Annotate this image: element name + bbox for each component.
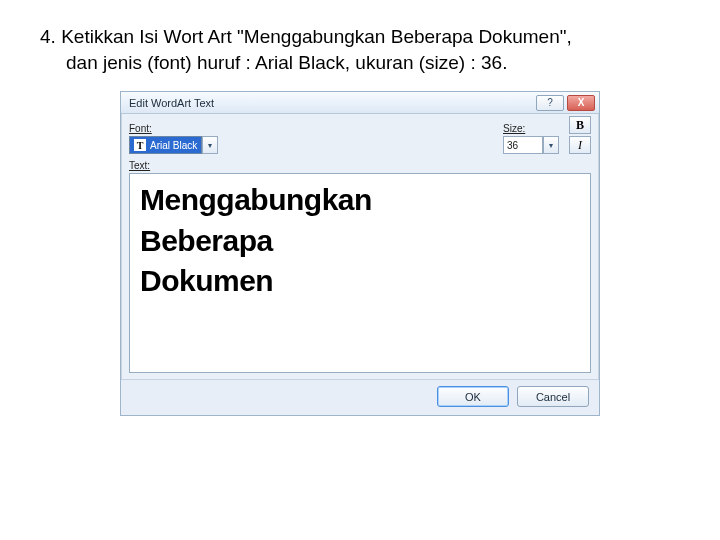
style-buttons: B I (569, 116, 591, 154)
size-label: Size: (503, 123, 563, 134)
dialog-titlebar[interactable]: Edit WordArt Text ? X (121, 92, 599, 114)
chevron-down-icon: ▾ (208, 141, 212, 150)
close-button[interactable]: X (567, 95, 595, 111)
format-row: Font: T Arial Black ▾ Size: 36 ▾ (121, 114, 599, 156)
font-value: Arial Black (150, 140, 197, 151)
font-label: Font: (129, 123, 497, 134)
size-group: Size: 36 ▾ (503, 123, 563, 154)
bold-button[interactable]: B (569, 116, 591, 134)
wordart-text: Menggabungkan Beberapa Dokumen (140, 180, 580, 302)
close-icon: X (578, 97, 585, 108)
ok-button[interactable]: OK (437, 386, 509, 407)
wordart-text-editor[interactable]: Menggabungkan Beberapa Dokumen (129, 173, 591, 373)
text-label: Text: (121, 156, 599, 171)
help-button[interactable]: ? (536, 95, 564, 111)
instruction-number: 4. (40, 26, 56, 47)
font-group: Font: T Arial Black ▾ (129, 123, 497, 154)
italic-button[interactable]: I (569, 136, 591, 154)
font-glyph-icon: T (134, 139, 146, 151)
cancel-button[interactable]: Cancel (517, 386, 589, 407)
bold-label: B (576, 118, 584, 133)
size-combo-wrap: 36 ▾ (503, 136, 563, 154)
edit-wordart-dialog: Edit WordArt Text ? X Font: T Arial Blac… (120, 91, 600, 416)
dialog-button-bar: OK Cancel (121, 379, 599, 415)
font-combo-wrap: T Arial Black ▾ (129, 136, 497, 154)
cancel-label: Cancel (536, 391, 570, 403)
ok-label: OK (465, 391, 481, 403)
help-icon: ? (547, 97, 553, 108)
italic-label: I (578, 138, 582, 153)
instruction-line2: dan jenis (font) huruf : Arial Black, uk… (40, 50, 680, 76)
size-input[interactable]: 36 (503, 136, 543, 154)
font-dropdown-button[interactable]: ▾ (202, 136, 218, 154)
size-value: 36 (507, 140, 518, 151)
chevron-down-icon: ▾ (549, 141, 553, 150)
instruction-line1: Ketikkan Isi Wort Art "Menggabungkan Beb… (61, 26, 572, 47)
dialog-title: Edit WordArt Text (129, 97, 533, 109)
font-combobox[interactable]: T Arial Black (129, 136, 202, 154)
size-dropdown-button[interactable]: ▾ (543, 136, 559, 154)
instruction-block: 4. Ketikkan Isi Wort Art "Menggabungkan … (0, 0, 720, 85)
